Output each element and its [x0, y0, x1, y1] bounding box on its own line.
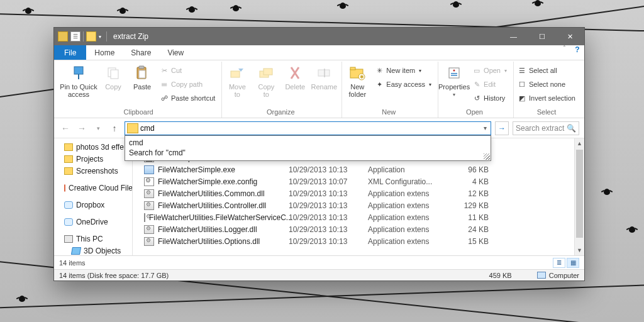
home-tab[interactable]: Home	[86, 45, 123, 60]
go-button[interactable]: →	[495, 121, 509, 135]
cut-button[interactable]: ✂Cut	[157, 64, 218, 77]
address-input[interactable]	[140, 123, 479, 134]
tree-item[interactable]: Screenshots	[54, 165, 132, 177]
tree-item[interactable]: photos 3d effe	[54, 141, 132, 153]
maximize-button[interactable]: ☐	[528, 28, 556, 45]
view-tab[interactable]: View	[159, 45, 192, 60]
up-button[interactable]: ↑	[108, 121, 121, 136]
new-item-icon: ✳	[375, 66, 384, 75]
file-date: 10/29/2013 10:13	[289, 213, 368, 222]
back-button[interactable]: ←	[59, 121, 72, 136]
select-none-button[interactable]: ☐Select none	[515, 78, 578, 91]
file-row[interactable]: FileWatcherUtilities.Options.dll10/29/20…	[144, 235, 574, 247]
help-button[interactable]: ?	[570, 45, 584, 60]
svg-point-17	[453, 70, 455, 72]
minimize-button[interactable]: ―	[499, 28, 528, 45]
copy-path-button[interactable]: ⩸Copy path	[157, 78, 218, 91]
file-type-icon	[144, 201, 154, 210]
suggestion-item[interactable]: cmd	[129, 138, 487, 148]
invert-selection-button[interactable]: ◩Invert selection	[515, 92, 578, 104]
qat-dropdown-icon[interactable]: ▾	[99, 34, 101, 40]
open-button[interactable]: ▭Open▾	[470, 64, 509, 77]
pin-to-quick-access-button[interactable]: Pin to Quick access	[59, 63, 98, 98]
pin-icon	[70, 64, 87, 82]
tree-item[interactable]: Creative Cloud Files	[54, 182, 132, 194]
shortcut-icon: ☍	[160, 94, 169, 103]
file-row[interactable]: FileWatcherUtilities.Logger.dll10/29/201…	[144, 223, 574, 235]
properties-button[interactable]: Properties ▾	[440, 63, 469, 97]
close-button[interactable]: ✕	[556, 28, 584, 45]
explorer-window: ☰ ▾ extract Zip ― ☐ ✕ File Home Share Vi…	[53, 27, 585, 281]
details-view-button[interactable]: ≣	[553, 258, 565, 268]
collapse-ribbon-icon[interactable]: ˆ	[558, 45, 570, 60]
folder-icon	[64, 155, 73, 163]
3d-objects-icon	[71, 247, 81, 255]
file-row[interactable]: FileWatcherSimple.exe.config10/29/2013 1…	[144, 175, 574, 187]
file-size: 24 KB	[452, 225, 489, 234]
file-row[interactable]: FileWatcherUtilities.Controller.dll10/29…	[144, 199, 574, 211]
qat-properties-icon[interactable]: ☰	[70, 31, 80, 42]
recent-locations-button[interactable]: ▾	[92, 121, 104, 136]
file-name: FileWatcherUtilities.Options.dll	[158, 237, 260, 246]
vertical-scrollbar[interactable]: ▲ ▼	[574, 138, 584, 255]
file-tab[interactable]: File	[54, 45, 86, 60]
ribbon: Pin to Quick access Copy Paste ✂Cut ⩸Cop…	[54, 60, 584, 118]
resize-handle-icon[interactable]	[484, 153, 490, 160]
large-icons-view-button[interactable]: ▦	[567, 258, 579, 268]
address-bar[interactable]: ▾ cmd Search for "cmd"	[125, 121, 491, 135]
share-tab[interactable]: Share	[123, 45, 159, 60]
copy-button[interactable]: Copy	[99, 63, 127, 91]
easy-access-button[interactable]: ✦Easy access▾	[372, 78, 434, 91]
window-title: extract Zip	[113, 32, 148, 41]
file-size: 96 KB	[452, 165, 489, 174]
status-bar: 14 items ≣ ▦	[54, 255, 584, 269]
delete-button[interactable]: Delete	[281, 63, 309, 91]
suggestion-item[interactable]: Search for "cmd"	[129, 148, 487, 158]
file-type: Application extens	[368, 213, 452, 222]
svg-rect-7	[231, 71, 240, 77]
file-size: 15 KB	[452, 237, 489, 246]
file-type-icon	[144, 237, 154, 246]
file-size: 11 KB	[452, 213, 489, 222]
ribbon-tabs: File Home Share View ˆ ?	[54, 45, 584, 60]
paste-shortcut-button[interactable]: ☍Paste shortcut	[157, 92, 218, 104]
file-size: 4 KB	[452, 177, 489, 186]
this-pc-icon	[64, 235, 73, 243]
navigation-pane[interactable]: photos 3d effe Projects Screenshots Crea…	[54, 138, 133, 255]
address-dropdown-icon[interactable]: ▾	[479, 125, 491, 131]
file-date: 10/29/2013 10:13	[289, 201, 368, 210]
history-button[interactable]: ↺History	[470, 92, 509, 104]
file-size: 12 KB	[452, 189, 489, 198]
forward-button[interactable]: →	[75, 121, 88, 136]
copy-to-button[interactable]: Copy to	[252, 63, 280, 98]
scissors-icon: ✂	[160, 66, 169, 75]
scroll-down-icon[interactable]: ▼	[575, 245, 584, 255]
file-type-icon	[144, 225, 154, 234]
new-item-button[interactable]: ✳New item▾	[372, 64, 434, 77]
tree-item[interactable]: Dropbox	[54, 199, 132, 211]
tree-item[interactable]: This PC	[54, 233, 132, 245]
scroll-up-icon[interactable]: ▲	[575, 138, 584, 148]
creative-cloud-icon	[64, 184, 65, 192]
move-to-button[interactable]: Move to	[223, 63, 251, 98]
properties-icon	[445, 64, 463, 82]
scroll-thumb[interactable]	[576, 150, 583, 238]
easy-access-icon: ✦	[375, 80, 384, 89]
tree-item[interactable]: 3D Objects	[54, 245, 132, 255]
rename-button[interactable]: Rename	[310, 63, 338, 91]
title-bar[interactable]: ☰ ▾ extract Zip ― ☐ ✕	[54, 28, 584, 45]
select-all-icon: ☰	[518, 66, 526, 75]
new-folder-button[interactable]: ✱ New folder	[343, 63, 371, 98]
file-type-icon	[144, 165, 154, 174]
paste-button[interactable]: Paste	[128, 63, 156, 91]
tree-item[interactable]: Projects	[54, 153, 132, 165]
file-row[interactable]: FileWatcherSimple.exe10/29/2013 10:13App…	[144, 164, 574, 175]
edit-button[interactable]: ✎Edit	[470, 78, 509, 91]
edit-icon: ✎	[472, 80, 481, 89]
file-row[interactable]: FileWatcherUtilities.FileWatcherServiceC…	[144, 211, 574, 223]
search-box[interactable]: Search extract 🔍	[513, 121, 579, 135]
svg-rect-19	[451, 75, 457, 76]
tree-item[interactable]: OneDrive	[54, 216, 132, 228]
select-all-button[interactable]: ☰Select all	[515, 64, 578, 77]
file-row[interactable]: FileWatcherUtilities.Common.dll10/29/201…	[144, 187, 574, 199]
